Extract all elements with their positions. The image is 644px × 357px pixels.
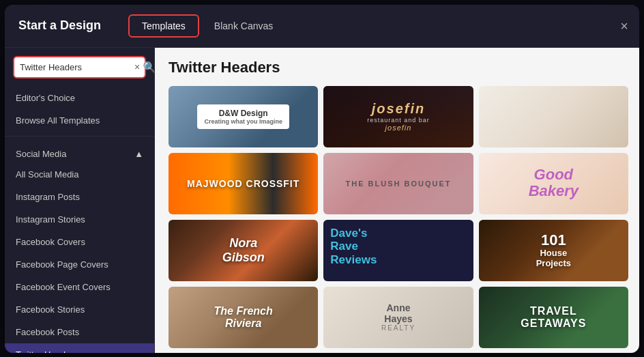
sidebar-item-instagram-stories[interactable]: Instagram Stories: [5, 208, 154, 231]
template-card-blush-bouquet[interactable]: THE BLUSH BOUQUET: [323, 153, 473, 214]
sidebar-item-facebook-event-covers[interactable]: Facebook Event Covers: [5, 276, 154, 298]
sidebar-item-all-social[interactable]: All Social Media: [5, 163, 154, 186]
modal-overlay: Start a Design Templates Blank Canvas × …: [0, 0, 644, 357]
search-input[interactable]: [20, 62, 134, 72]
template-card-dw-design[interactable]: D&W Design Creating what you Imagine: [169, 86, 318, 147]
template-card-101-house[interactable]: 101 House Projects: [479, 220, 628, 281]
sidebar: × 🔍 Editor's Choice Browse All Templates…: [5, 48, 155, 353]
chevron-up-icon: ▲: [134, 149, 143, 159]
close-button[interactable]: ×: [620, 19, 628, 33]
search-box[interactable]: × 🔍: [13, 56, 146, 78]
sidebar-nav: Editor's Choice Browse All Templates Soc…: [5, 84, 154, 353]
search-icon[interactable]: 🔍: [143, 61, 155, 74]
modal: Start a Design Templates Blank Canvas × …: [5, 5, 639, 353]
modal-body: × 🔍 Editor's Choice Browse All Templates…: [5, 48, 639, 353]
search-clear-icon[interactable]: ×: [134, 61, 140, 72]
sidebar-item-browse-all[interactable]: Browse All Templates: [5, 109, 154, 132]
divider: [5, 136, 154, 137]
modal-title: Start a Design: [18, 18, 101, 33]
sidebar-item-facebook-posts[interactable]: Facebook Posts: [5, 321, 154, 343]
content-title: Twitter Headers: [169, 59, 628, 76]
sidebar-item-facebook-stories[interactable]: Facebook Stories: [5, 298, 154, 321]
template-card-nora[interactable]: Nora Gibson: [169, 220, 318, 281]
tab-templates[interactable]: Templates: [128, 14, 199, 38]
tab-blank-canvas[interactable]: Blank Canvas: [202, 14, 285, 38]
template-card-majwood[interactable]: MAJWOOD CROSSFIT: [169, 153, 318, 214]
header-tabs: Templates Blank Canvas: [128, 14, 285, 38]
sidebar-item-facebook-covers[interactable]: Facebook Covers: [5, 231, 154, 253]
modal-header: Start a Design Templates Blank Canvas ×: [5, 5, 639, 48]
template-card-anne-hayes[interactable]: Anne Hayes REALTY: [323, 287, 473, 348]
social-media-section-header[interactable]: Social Media ▲: [5, 141, 154, 163]
template-card-good-bakery[interactable]: Good Bakery: [479, 153, 628, 214]
template-card-french-riviera[interactable]: The French Riviera: [169, 287, 318, 348]
sidebar-item-instagram-posts[interactable]: Instagram Posts: [5, 186, 154, 208]
content-area: Twitter Headers D&W Design Creating what…: [155, 48, 639, 353]
sidebar-item-twitter-headers[interactable]: Twitter Headers: [5, 343, 154, 353]
template-card-travel-getaways[interactable]: TRAVEL GETAWAYS: [479, 287, 628, 348]
sidebar-item-facebook-page-covers[interactable]: Facebook Page Covers: [5, 253, 154, 276]
template-card-cathedral[interactable]: [479, 86, 628, 147]
template-card-dave-rave[interactable]: Dave'sRaveReviews: [323, 220, 473, 281]
template-card-josefin[interactable]: josefin restaurant and bar josefin: [323, 86, 473, 147]
sidebar-item-editors-choice[interactable]: Editor's Choice: [5, 87, 154, 109]
template-grid: D&W Design Creating what you Imagine jos…: [169, 86, 628, 353]
